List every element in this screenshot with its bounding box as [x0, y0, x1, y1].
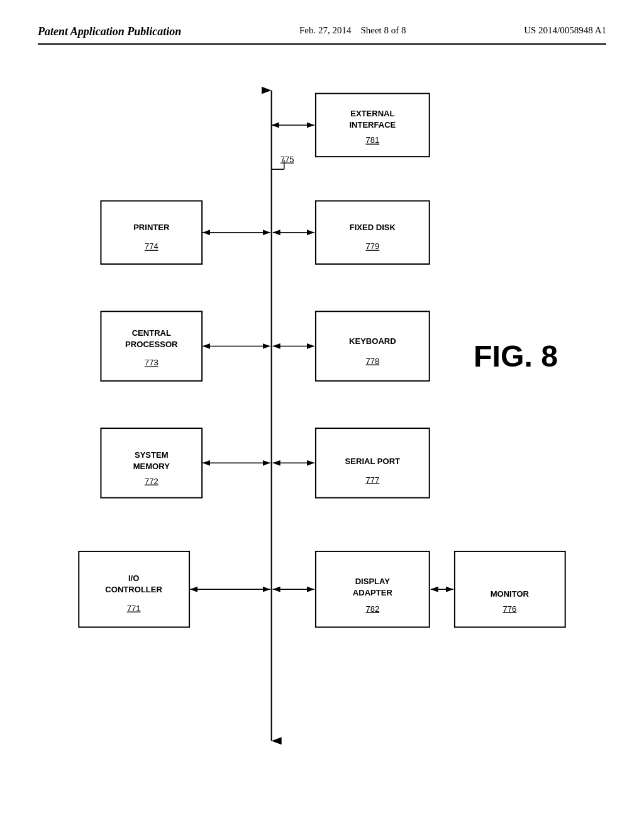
io-controller-label1: I/O	[128, 573, 139, 583]
external-interface-label1: EXTERNAL	[350, 109, 394, 118]
io-controller-label2: CONTROLLER	[105, 585, 162, 594]
central-processor-ref: 773	[145, 358, 158, 367]
fixed-disk-ref: 779	[365, 241, 379, 251]
keyboard-ref: 778	[365, 357, 379, 366]
patent-number: US 2014/0058948 A1	[524, 25, 606, 36]
serial-port-label: SERIAL PORT	[345, 456, 401, 466]
printer-box	[101, 201, 202, 263]
date-sheet: Feb. 27, 2014 Sheet 8 of 8	[299, 25, 406, 36]
printer-ref: 774	[145, 241, 158, 251]
fixed-disk-label: FIXED DISK	[350, 223, 396, 232]
system-memory-label1: SYSTEM	[135, 450, 169, 460]
diagram-area: 775 EXTERNAL INTERFACE 781 PRINTER 774 F…	[38, 57, 606, 780]
keyboard-label: KEYBOARD	[349, 336, 396, 346]
page-header: Patent Application Publication Feb. 27, …	[38, 25, 606, 45]
keyboard-box	[316, 311, 430, 380]
bus-ref-label: 775	[280, 155, 294, 164]
figure-label: FIG. 8	[474, 339, 558, 373]
printer-label: PRINTER	[133, 223, 170, 232]
monitor-label: MONITOR	[491, 589, 530, 599]
central-processor-label2: PROCESSOR	[125, 340, 178, 349]
system-memory-label2: MEMORY	[133, 462, 170, 471]
figure-8-diagram: 775 EXTERNAL INTERFACE 781 PRINTER 774 F…	[38, 57, 606, 780]
external-interface-ref: 781	[365, 135, 379, 145]
central-processor-label1: CENTRAL	[132, 328, 171, 338]
publication-type: Patent Application Publication	[38, 25, 181, 38]
system-memory-ref: 772	[145, 477, 158, 486]
display-adapter-ref: 782	[365, 604, 379, 614]
external-interface-label2: INTERFACE	[349, 120, 396, 130]
display-adapter-label1: DISPLAY	[355, 577, 391, 586]
io-controller-ref: 771	[127, 604, 141, 613]
page: Patent Application Publication Feb. 27, …	[0, 0, 644, 830]
monitor-ref: 776	[502, 604, 516, 614]
serial-port-ref: 777	[365, 475, 379, 485]
fixed-disk-box	[316, 201, 430, 263]
display-adapter-label2: ADAPTER	[353, 588, 393, 597]
